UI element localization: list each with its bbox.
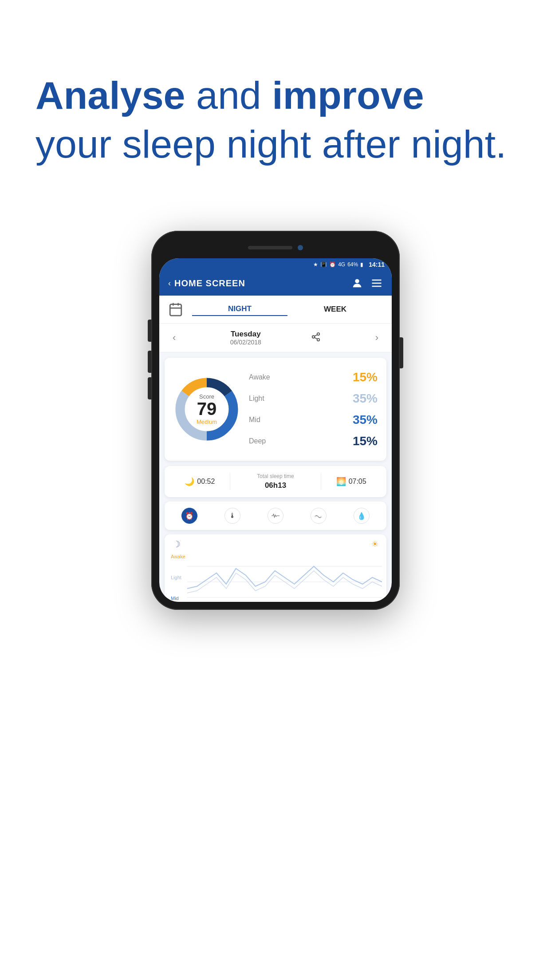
mid-value: 35%: [353, 413, 378, 427]
phone-speaker: [248, 246, 292, 249]
calendar-icon[interactable]: [168, 302, 183, 317]
hero-section: Analyse and improve your sleep night aft…: [0, 0, 551, 204]
phone-outer-shell: ★ 📳 ⏰ 4G 64% ▮ 14:11 ‹ HOME SCREEN: [151, 231, 400, 610]
svg-point-10: [317, 338, 320, 341]
svg-rect-4: [170, 304, 181, 316]
chart-body: Awake Light Mid: [169, 553, 382, 602]
svg-point-8: [317, 332, 320, 335]
sensor-water[interactable]: 💧: [354, 508, 370, 524]
sensor-alarm[interactable]: ⏰: [181, 508, 197, 524]
date-day: Tuesday: [230, 330, 261, 339]
back-button[interactable]: ‹: [168, 279, 171, 288]
battery-level: 64%: [347, 261, 358, 268]
tab-week[interactable]: WEEK: [287, 303, 383, 316]
sleep-chart-svg: [187, 553, 382, 602]
nav-icons: [351, 277, 383, 289]
total-sleep-value: 06h13: [265, 481, 286, 490]
svg-point-0: [355, 279, 359, 283]
back-arrow-icon: ‹: [168, 279, 171, 288]
tab-row: NIGHT WEEK: [159, 296, 392, 324]
nav-bar: ‹ HOME SCREEN: [159, 271, 392, 296]
chart-moon-icon: ☽: [173, 539, 181, 549]
prev-date-button[interactable]: ‹: [168, 330, 180, 345]
light-label: Light: [249, 395, 264, 403]
chart-svg-area: [187, 553, 382, 602]
chart-sun-icon: ☀: [371, 539, 378, 549]
total-sleep-label: Total sleep time: [234, 473, 318, 479]
deep-label: Deep: [249, 437, 266, 445]
sensor-heartrate[interactable]: [268, 508, 283, 524]
mid-label: Mid: [249, 416, 260, 424]
svg-line-11: [315, 337, 317, 339]
battery-icon: ▮: [360, 261, 363, 268]
sleep-score-donut: Score 79 Medium: [173, 376, 240, 443]
sleep-chart: ☽ ☀ Awake Light Mid: [165, 534, 386, 602]
score-card: Score 79 Medium Awake 15% Light 35%: [165, 358, 386, 461]
nav-title: HOME SCREEN: [174, 278, 351, 288]
sleep-start-value: 00:52: [197, 478, 215, 486]
hero-and: and: [185, 73, 272, 117]
sensor-snore[interactable]: [311, 508, 327, 524]
sunrise-icon: 🌅: [336, 477, 346, 486]
hero-heading: Analyse and improve your sleep night aft…: [35, 71, 516, 169]
phone-notch: [159, 239, 392, 257]
sleep-stats: Awake 15% Light 35% Mid 35% Deep 15%: [249, 367, 378, 452]
stage-labels: Awake Light Mid: [169, 553, 187, 602]
svg-line-12: [315, 334, 317, 336]
signal-icon: 4G: [338, 261, 345, 268]
status-bar: ★ 📳 ⏰ 4G 64% ▮ 14:11: [159, 258, 392, 271]
phone-mockup: ★ 📳 ⏰ 4G 64% ▮ 14:11 ‹ HOME SCREEN: [0, 231, 551, 628]
share-button[interactable]: [311, 332, 321, 344]
hero-subtext: your sleep night after night.: [35, 122, 507, 166]
alarm-status-icon: ⏰: [329, 261, 336, 268]
phone-screen: ★ 📳 ⏰ 4G 64% ▮ 14:11 ‹ HOME SCREEN: [159, 258, 392, 602]
awake-stat: Awake 15%: [249, 367, 378, 388]
wake-time: 🌅 07:05: [321, 477, 381, 486]
deep-value: 15%: [353, 434, 378, 448]
status-icons: ★ 📳 ⏰ 4G 64% ▮: [313, 261, 363, 268]
bluetooth-icon: ★: [313, 261, 318, 268]
deep-stat: Deep 15%: [249, 431, 378, 452]
mid-stat: Mid 35%: [249, 409, 378, 431]
moon-icon: 🌙: [185, 477, 194, 486]
menu-icon[interactable]: [370, 277, 383, 289]
date-row: ‹ Tuesday 06/02/2018 ›: [159, 324, 392, 352]
chart-labels: ☽ ☀: [169, 539, 382, 553]
light-value: 35%: [353, 391, 378, 406]
sensors-row: ⏰ 🌡 💧: [165, 502, 386, 530]
light-stat: Light 35%: [249, 388, 378, 409]
sensor-temperature[interactable]: 🌡: [224, 508, 240, 524]
sleep-start-time: 🌙 00:52: [170, 477, 230, 486]
awake-label: Awake: [249, 373, 270, 381]
awake-value: 15%: [353, 370, 378, 384]
hero-bold-analyse: Analyse: [35, 73, 185, 117]
chart-label-light: Light: [171, 575, 185, 580]
svg-point-9: [312, 336, 315, 338]
chart-label-awake: Awake: [171, 554, 185, 559]
phone-camera: [298, 245, 303, 250]
date-full: 06/02/2018: [230, 339, 261, 346]
chart-label-mid: Mid: [171, 596, 185, 601]
date-info: Tuesday 06/02/2018: [230, 330, 261, 346]
score-value: 79: [197, 399, 217, 419]
next-date-button[interactable]: ›: [371, 330, 383, 345]
tab-night[interactable]: NIGHT: [192, 303, 287, 316]
vibrate-icon: 📳: [320, 261, 327, 268]
hero-bold-improve: improve: [272, 73, 424, 117]
donut-center: Score 79 Medium: [190, 393, 224, 426]
wake-time-value: 07:05: [349, 478, 366, 486]
status-time: 14:11: [369, 261, 385, 268]
total-sleep: Total sleep time 06h13: [230, 473, 322, 490]
profile-icon[interactable]: [351, 277, 363, 289]
score-quality: Medium: [197, 419, 217, 425]
times-card: 🌙 00:52 Total sleep time 06h13 🌅 07:05: [165, 466, 386, 497]
